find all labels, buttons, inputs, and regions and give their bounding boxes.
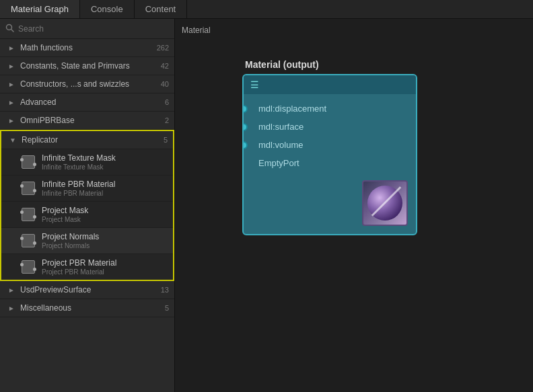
item-title: Infinite PBR Material	[42, 180, 115, 189]
node-ports: mdl:displacement mdl:surface mdl:volume …	[244, 94, 416, 178]
port-emptyport: EmptyPort	[244, 154, 416, 172]
port-label: EmptyPort	[258, 158, 299, 168]
item-text: Project Mask Project Mask	[42, 206, 88, 223]
chevron-icon: ►	[7, 43, 16, 52]
category-count: 6	[165, 98, 169, 106]
category-list: ► Math functions 262 ► Constants, State …	[0, 39, 174, 392]
node-title: Material (output)	[242, 59, 417, 70]
category-count: 42	[161, 62, 169, 70]
category-miscellaneous[interactable]: ► Miscellaneous 5	[0, 299, 174, 317]
search-icon	[5, 24, 14, 34]
port-dot	[242, 141, 248, 149]
node-icon	[20, 233, 36, 249]
port-surface: mdl:surface	[244, 118, 416, 136]
item-text: Infinite Texture Mask Infinite Texture M…	[42, 153, 116, 171]
item-text: Project Normals Project Normals	[42, 232, 99, 249]
item-text: Project PBR Material Project PBR Materia…	[42, 258, 116, 276]
category-count: 13	[161, 286, 169, 294]
content-area: Material Material (output) ☰ mdl:displac…	[175, 19, 533, 392]
category-count: 5	[164, 136, 168, 144]
port-displacement: mdl:displacement	[244, 100, 416, 118]
item-subtitle: Project Normals	[42, 242, 99, 249]
item-title: Project Mask	[42, 206, 88, 215]
node-card: ☰ mdl:displacement mdl:surface mdl:volum…	[242, 74, 417, 235]
tab-console[interactable]: Console	[80, 0, 135, 18]
node-icon	[20, 206, 36, 223]
list-item[interactable]: Infinite Texture Mask Infinite Texture M…	[1, 149, 173, 175]
category-label: Miscellaneous	[20, 303, 162, 313]
tab-material-graph[interactable]: Material Graph	[0, 0, 80, 18]
chevron-icon: ►	[7, 97, 16, 107]
port-dot	[242, 123, 248, 131]
node-icon	[20, 259, 36, 275]
item-subtitle: Project Mask	[42, 216, 88, 223]
port-label: mdl:volume	[258, 140, 303, 150]
category-label: Constants, State and Primvars	[20, 61, 158, 71]
category-omnipbrbase[interactable]: ► OmniPBRBase 2	[0, 112, 174, 130]
main-layout: ► Math functions 262 ► Constants, State …	[0, 19, 533, 392]
replicator-section: ▼ Replicator 5 Infinite Texture Mask Inf…	[0, 130, 174, 281]
category-constants[interactable]: ► Constants, State and Primvars 42	[0, 57, 174, 75]
tab-bar: Material Graph Console Content	[0, 0, 533, 19]
port-label: mdl:displacement	[258, 104, 326, 114]
search-bar	[0, 19, 174, 39]
svg-line-1	[11, 29, 13, 31]
chevron-icon: ►	[7, 116, 16, 125]
category-label: OmniPBRBase	[20, 116, 162, 125]
category-count: 40	[161, 80, 169, 88]
list-item[interactable]: Infinite PBR Material Infinite PBR Mater…	[1, 175, 173, 201]
category-label: Replicator	[22, 135, 161, 145]
category-advanced[interactable]: ► Advanced 6	[0, 93, 174, 112]
chevron-icon: ►	[7, 285, 16, 295]
content-area-label: Material	[182, 26, 211, 35]
port-dot	[242, 105, 248, 113]
category-constructors[interactable]: ► Constructors, ...s and swizzles 40	[0, 75, 174, 93]
item-title: Project PBR Material	[42, 258, 116, 268]
category-replicator[interactable]: ▼ Replicator 5	[1, 131, 173, 149]
replicator-items: Infinite Texture Mask Infinite Texture M…	[1, 149, 173, 280]
chevron-icon: ►	[7, 79, 16, 89]
material-sphere	[362, 180, 408, 226]
item-subtitle: Infinite PBR Material	[42, 190, 115, 197]
category-label: UsdPreviewSurface	[20, 285, 158, 295]
category-math-functions[interactable]: ► Math functions 262	[0, 39, 174, 57]
node-icon	[20, 180, 36, 196]
item-text: Infinite PBR Material Infinite PBR Mater…	[42, 180, 115, 197]
item-subtitle: Project PBR Material	[42, 268, 116, 276]
list-item[interactable]: Project Normals Project Normals	[1, 227, 173, 253]
item-title: Project Normals	[42, 232, 99, 241]
material-node: Material (output) ☰ mdl:displacement mdl…	[242, 59, 417, 235]
category-label: Math functions	[20, 43, 154, 52]
chevron-icon: ►	[7, 61, 16, 71]
menu-icon: ☰	[250, 79, 260, 90]
search-input[interactable]	[18, 24, 169, 34]
chevron-icon: ▼	[8, 135, 17, 145]
sidebar: ► Math functions 262 ► Constants, State …	[0, 19, 175, 392]
category-usdpreviewsurface[interactable]: ► UsdPreviewSurface 13	[0, 281, 174, 299]
tab-content[interactable]: Content	[135, 0, 188, 18]
node-icon	[20, 154, 36, 170]
category-label: Constructors, ...s and swizzles	[20, 79, 158, 89]
category-count: 5	[165, 304, 169, 312]
chevron-icon: ►	[7, 303, 16, 313]
item-subtitle: Infinite Texture Mask	[42, 163, 116, 171]
node-header-bar: ☰	[244, 75, 416, 94]
category-label: Advanced	[20, 97, 162, 107]
port-volume: mdl:volume	[244, 136, 416, 154]
node-sphere-container	[244, 178, 416, 234]
category-count: 262	[157, 44, 169, 52]
list-item[interactable]: Project Mask Project Mask	[1, 201, 173, 227]
list-item[interactable]: Project PBR Material Project PBR Materia…	[1, 253, 173, 280]
category-count: 2	[165, 116, 169, 124]
port-label: mdl:surface	[258, 122, 304, 132]
item-title: Infinite Texture Mask	[42, 153, 116, 163]
